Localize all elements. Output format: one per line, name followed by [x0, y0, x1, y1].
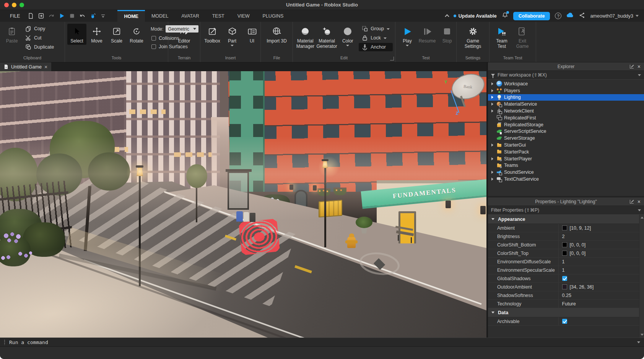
tab-plugins[interactable]: PLUGINS	[256, 10, 290, 22]
file-menu-button[interactable]: FILE	[5, 10, 24, 22]
select-tool-button[interactable]: Select	[67, 24, 86, 45]
scale-tool-button[interactable]: Scale	[107, 24, 126, 45]
expand-arrow-icon[interactable]	[490, 96, 494, 99]
ui-button[interactable]: UI	[242, 24, 262, 45]
expand-arrow-icon[interactable]	[490, 157, 494, 160]
scroll-down-icon[interactable]	[641, 334, 644, 336]
expand-arrow-icon[interactable]	[490, 89, 494, 92]
color-swatch[interactable]	[562, 251, 567, 256]
checkbox-checked[interactable]	[562, 276, 567, 281]
chevron-down-icon[interactable]	[637, 341, 640, 343]
expand-arrow-icon[interactable]	[490, 82, 494, 85]
cloud-sync-icon[interactable]	[566, 12, 574, 20]
new-file-icon[interactable]	[26, 11, 35, 21]
stop-quick-icon[interactable]	[67, 11, 76, 21]
explorer-item-startergui[interactable]: StarterGui	[488, 142, 644, 148]
explorer-item-workspace[interactable]: Workspace	[488, 80, 644, 87]
section-appearance[interactable]: Appearance	[488, 215, 644, 224]
explorer-item-starterplayer[interactable]: StarterPlayer	[488, 155, 644, 162]
close-tab-icon[interactable]: ×	[44, 64, 47, 70]
color-swatch[interactable]	[562, 242, 567, 247]
anchor-button[interactable]: Anchor	[359, 43, 393, 51]
explorer-item-replicatedfirst[interactable]: ReplicatedFirst	[488, 114, 644, 121]
redo-icon[interactable]	[47, 11, 56, 21]
expand-arrow-icon[interactable]	[490, 178, 494, 181]
document-tab[interactable]: Untitled Game ×	[0, 62, 51, 71]
viewport-3d-scene[interactable]: Bank Y Z FUNDAMENTALS	[0, 71, 486, 338]
cut-button[interactable]: Cut	[22, 34, 57, 42]
team-test-button[interactable]: Team Test	[492, 24, 512, 50]
explorer-item-textchatservice[interactable]: TextChatService	[488, 176, 644, 183]
part-button[interactable]: Part	[223, 24, 242, 47]
expand-arrow-icon[interactable]	[490, 144, 494, 147]
tab-test[interactable]: TEST	[206, 10, 231, 22]
material-manager-button[interactable]: Material Manager	[295, 24, 315, 50]
close-panel-icon[interactable]: ×	[637, 64, 641, 69]
properties-scrollbar[interactable]	[639, 215, 644, 338]
join-surfaces-checkbox[interactable]	[151, 44, 156, 49]
group-dropdown-icon[interactable]	[387, 28, 390, 30]
tab-avatar[interactable]: AVATAR	[175, 10, 205, 22]
help-icon[interactable]: ?	[555, 13, 561, 19]
expand-arrow-icon[interactable]	[490, 171, 494, 174]
play-button[interactable]: Play	[398, 24, 417, 47]
explorer-item-replicatedstorage[interactable]: ReplicatedStorage	[488, 121, 644, 128]
tab-model[interactable]: MODEL	[145, 10, 175, 22]
explorer-item-networkclient[interactable]: NetworkClient	[488, 108, 644, 114]
stop-button[interactable]: Stop	[437, 24, 457, 45]
scroll-up-icon[interactable]	[641, 217, 644, 219]
close-panel-icon[interactable]: ×	[637, 199, 641, 204]
color-swatch[interactable]	[562, 284, 567, 289]
account-menu[interactable]: ameowth07_buddy3	[590, 13, 639, 19]
color-swatch[interactable]	[562, 225, 567, 230]
section-data[interactable]: Data	[488, 308, 644, 317]
expand-arrow-icon[interactable]	[490, 109, 494, 113]
command-input[interactable]: Run a command	[9, 339, 633, 345]
explorer-item-lighting[interactable]: Lighting	[488, 94, 644, 101]
play-dropdown-icon[interactable]	[406, 45, 409, 46]
collapse-ribbon-icon[interactable]	[445, 14, 449, 18]
drag-handle-icon[interactable]	[4, 339, 5, 345]
part-dropdown-icon[interactable]	[231, 45, 234, 46]
collisions-checkbox[interactable]	[151, 36, 156, 41]
play-quick-icon[interactable]	[57, 11, 66, 21]
notifications-bell-icon[interactable]	[502, 12, 508, 20]
lock-dropdown-icon[interactable]	[384, 38, 387, 39]
checkbox-checked[interactable]	[562, 319, 567, 324]
collaborate-button[interactable]: Collaborate	[513, 12, 550, 20]
explorer-item-serverstorage[interactable]: ServerStorage	[488, 135, 644, 142]
undo-icon[interactable]	[78, 11, 87, 21]
explorer-item-teams[interactable]: Teams	[488, 162, 644, 169]
lock-button[interactable]: Lock	[359, 34, 393, 42]
float-panel-icon[interactable]	[630, 65, 634, 69]
rotate-tool-button[interactable]: Rotate	[127, 24, 146, 45]
edit-dialog-launcher-icon[interactable]	[390, 57, 394, 60]
share-icon[interactable]	[579, 12, 585, 20]
move-tool-button[interactable]: Move	[87, 24, 106, 45]
explorer-filter-input[interactable]: Filter workspace (⇧⌘X)	[488, 71, 644, 80]
update-available[interactable]: Update Available	[454, 13, 497, 19]
customize-quick-access-icon[interactable]	[98, 11, 107, 21]
group-button[interactable]: Group	[359, 24, 393, 33]
game-settings-button[interactable]: Game Settings	[460, 24, 486, 50]
paste-button[interactable]: Paste	[2, 24, 21, 45]
terrain-editor-button[interactable]: Editor	[175, 24, 194, 45]
import-3d-button[interactable]: Import 3D	[264, 24, 289, 45]
color-button[interactable]: Color	[338, 24, 357, 47]
open-file-icon[interactable]	[36, 11, 46, 21]
resume-button[interactable]: Resume	[418, 24, 437, 45]
exit-game-button[interactable]: Exit Game	[512, 24, 532, 50]
duplicate-button[interactable]: Duplicate	[22, 43, 57, 51]
explorer-item-starterpack[interactable]: StarterPack	[488, 148, 644, 155]
plugin-icon[interactable]	[88, 11, 97, 21]
expand-arrow-icon[interactable]	[490, 103, 494, 106]
explorer-item-players[interactable]: Players	[488, 87, 644, 94]
explorer-item-soundservice[interactable]: SoundService	[488, 169, 644, 176]
color-dropdown-icon[interactable]	[346, 45, 349, 46]
properties-filter-input[interactable]: Filter Properties (⇧⌘P)	[488, 206, 644, 215]
copy-button[interactable]: Copy	[22, 24, 57, 33]
tab-view[interactable]: VIEW	[231, 10, 256, 22]
explorer-item-serverscriptservice[interactable]: ServerScriptService	[488, 128, 644, 135]
material-generator-button[interactable]: Material Generator	[316, 24, 338, 50]
tab-home[interactable]: HOME	[117, 10, 145, 22]
